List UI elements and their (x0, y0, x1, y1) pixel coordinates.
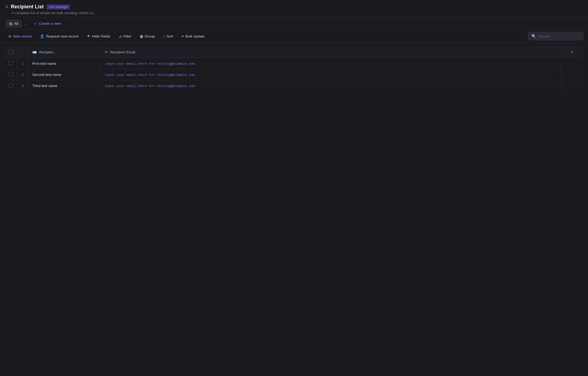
email-link[interactable]: input-your-email-here-for-testing@exampl… (105, 73, 195, 77)
bulk-icon: ≡ (182, 34, 184, 38)
grid-icon: ⊞ (9, 21, 13, 26)
row-email[interactable]: input-your-email-here-for-testing@exampl… (101, 58, 561, 69)
row-checkbox[interactable] (9, 72, 13, 76)
page-title: Recipient List (11, 4, 44, 10)
table-header-row: 🪪 Recipien... ✉ Recipient Email + (5, 46, 584, 58)
sort-button[interactable]: ↕ Sort (159, 33, 177, 40)
search-input[interactable] (538, 34, 577, 38)
data-table: 🪪 Recipien... ✉ Recipient Email + 1 Firs… (4, 46, 584, 91)
hash-icon: # (6, 4, 8, 9)
email-link[interactable]: input-your-email-here-for-testing@exampl… (105, 84, 195, 88)
select-all-checkbox[interactable] (9, 50, 13, 54)
row-checkbox-cell (5, 69, 17, 80)
recipient-name-header[interactable]: 🪪 Recipien... (28, 46, 101, 58)
row-email[interactable]: input-your-email-here-for-testing@exampl… (101, 80, 561, 91)
table-row: 3 Third test name input-your-email-here-… (5, 80, 584, 91)
row-name[interactable]: First test name (28, 58, 101, 69)
tab-all[interactable]: ⊞ All (6, 20, 22, 28)
new-record-button[interactable]: ⊕ New record (4, 33, 35, 40)
row-checkbox[interactable] (9, 83, 13, 88)
row-number: 2 (17, 69, 28, 80)
sort-icon: ↕ (163, 34, 165, 38)
filter-label: Filter (123, 34, 131, 38)
row-name[interactable]: Third test name (28, 80, 101, 91)
row-checkbox-cell (5, 58, 17, 69)
bulk-update-label: Bulk update (185, 34, 205, 38)
row-email[interactable]: input-your-email-here-for-testing@exampl… (101, 69, 561, 80)
row-number: 3 (17, 80, 28, 91)
row-extra-cell (561, 58, 584, 69)
checkbox-header (5, 46, 17, 58)
group-button[interactable]: ▦ Group (136, 33, 159, 40)
user-plus-icon: 👤 (40, 34, 44, 38)
table-row: 1 First test name input-your-email-here-… (5, 58, 584, 69)
hide-fields-button[interactable]: 👁 Hide Fields (83, 33, 114, 40)
page-subtitle: A complete list of emails for bulk sendi… (6, 11, 582, 15)
request-new-record-button[interactable]: 👤 Request new record (36, 33, 82, 40)
table-body: 1 First test name input-your-email-here-… (5, 58, 584, 91)
filter-icon: ⊿ (119, 34, 122, 38)
toolbar: ⊕ New record 👤 Request new record 👁 Hide… (0, 30, 588, 43)
view-tabs: ⊞ All ... ＋ Create a view (0, 18, 588, 30)
page-header: # Recipient List Can manage A complete l… (0, 0, 588, 18)
tab-more-btn[interactable]: ... (23, 20, 30, 27)
table-row: 2 Second test name input-your-email-here… (5, 69, 584, 80)
search-box[interactable]: 🔍 (528, 32, 584, 40)
recipient-email-header[interactable]: ✉ Recipient Email (101, 46, 561, 58)
request-new-record-label: Request new record (46, 34, 78, 38)
eye-icon: 👁 (87, 34, 90, 38)
sort-label: Sort (166, 34, 173, 38)
ellipsis-icon: ... (24, 21, 28, 26)
create-view-label: Create a view (39, 21, 61, 26)
bulk-update-button[interactable]: ≡ Bulk update (178, 33, 208, 40)
row-extra-cell (561, 80, 584, 91)
row-extra-cell (561, 69, 584, 80)
can-manage-badge: Can manage (46, 4, 70, 9)
recipient-name-col-label: Recipien... (39, 50, 56, 54)
search-icon: 🔍 (531, 34, 536, 38)
row-number: 1 (17, 58, 28, 69)
hide-fields-label: Hide Fields (92, 34, 110, 38)
new-record-label: New record (13, 34, 31, 38)
create-view-button[interactable]: ＋ Create a view (31, 20, 63, 28)
plus-icon: ＋ (33, 21, 37, 26)
row-num-header (17, 46, 28, 58)
group-icon: ▦ (140, 34, 143, 38)
row-checkbox[interactable] (9, 61, 13, 65)
table-container: 🪪 Recipien... ✉ Recipient Email + 1 Firs… (0, 43, 588, 95)
row-name[interactable]: Second test name (28, 69, 101, 80)
recipient-email-col-label: Recipient Email (110, 50, 135, 54)
row-checkbox-cell (5, 80, 17, 91)
filter-button[interactable]: ⊿ Filter (115, 33, 135, 40)
tab-all-label: All (14, 21, 18, 26)
add-column-button[interactable]: + (565, 49, 579, 55)
plus-circle-icon: ⊕ (8, 34, 11, 38)
person-col-icon: 🪪 (32, 50, 37, 54)
group-label: Group (145, 34, 155, 38)
mail-col-icon: ✉ (105, 50, 108, 54)
add-column-header[interactable]: + (561, 46, 584, 58)
email-link[interactable]: input-your-email-here-for-testing@exampl… (105, 62, 195, 66)
